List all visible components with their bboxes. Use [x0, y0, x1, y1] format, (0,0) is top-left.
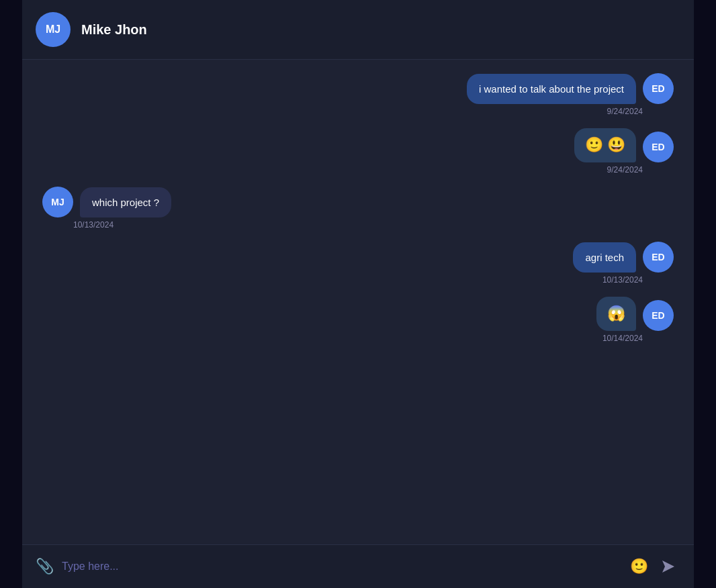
message-group: 😱ED10/14/2024 [36, 297, 680, 343]
contact-avatar: MJ [36, 12, 71, 47]
message-timestamp: 9/24/2024 [36, 165, 643, 175]
message-row: 🙂 😃ED [36, 128, 674, 162]
svg-marker-0 [662, 560, 674, 573]
message-group: MJwhich project ?10/13/2024 [36, 187, 680, 230]
message-timestamp: 9/24/2024 [36, 107, 643, 116]
message-avatar: ED [643, 132, 674, 162]
message-group: 🙂 😃ED9/24/2024 [36, 128, 680, 175]
message-timestamp: 10/13/2024 [36, 275, 643, 285]
message-row: 😱ED [36, 297, 674, 331]
message-group: i wanted to talk about the projectED9/24… [36, 73, 680, 116]
message-avatar: ED [643, 73, 674, 104]
message-row: MJwhich project ? [42, 187, 680, 217]
message-bubble: 🙂 😃 [574, 128, 636, 162]
message-avatar: ED [643, 242, 674, 273]
chat-container: MJ Mike Jhon i wanted to talk about the … [22, 0, 694, 588]
message-bubble: 😱 [596, 297, 636, 331]
send-button[interactable] [656, 554, 680, 579]
message-timestamp: 10/13/2024 [73, 220, 680, 230]
message-bubble: which project ? [80, 187, 171, 217]
message-avatar: MJ [42, 187, 73, 217]
message-group: agri techED10/13/2024 [36, 242, 680, 285]
emoji-button[interactable]: 🙂 [630, 558, 648, 575]
message-row: i wanted to talk about the projectED [36, 73, 674, 104]
contact-name: Mike Jhon [81, 22, 147, 38]
message-bubble: agri tech [573, 242, 636, 273]
message-row: agri techED [36, 242, 674, 273]
message-input[interactable] [62, 560, 622, 573]
attach-icon[interactable]: 📎 [36, 558, 54, 575]
input-area: 📎 🙂 [22, 544, 694, 588]
message-timestamp: 10/14/2024 [36, 334, 643, 343]
chat-header: MJ Mike Jhon [22, 0, 694, 60]
message-avatar: ED [643, 300, 674, 331]
message-bubble: i wanted to talk about the project [467, 74, 636, 104]
messages-area: i wanted to talk about the projectED9/24… [22, 60, 694, 544]
